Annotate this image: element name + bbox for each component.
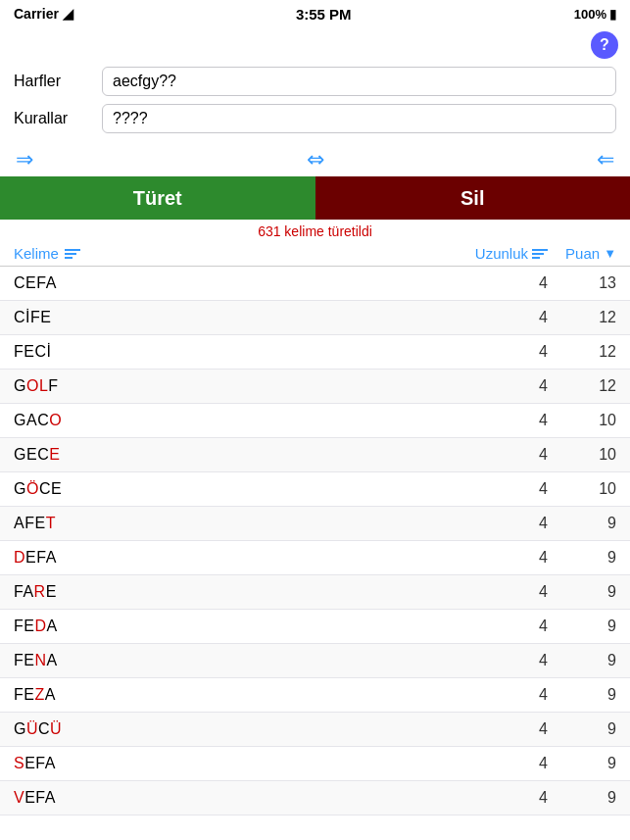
word-cell: AFET xyxy=(14,515,460,532)
carrier-label: Carrier ◢ xyxy=(14,6,73,22)
form-area: Harfler Kurallar xyxy=(0,61,630,145)
word-row[interactable]: CEFA413 xyxy=(0,267,630,301)
score-cell: 9 xyxy=(548,755,616,772)
double-arrow-btn[interactable]: ⇔ xyxy=(305,147,326,173)
word-row[interactable]: GECE410 xyxy=(0,438,630,472)
score-cell: 12 xyxy=(548,343,616,361)
score-cell: 12 xyxy=(548,309,616,326)
word-row[interactable]: FARE49 xyxy=(0,575,630,610)
word-row[interactable]: VEFA49 xyxy=(0,781,630,815)
len-cell: 4 xyxy=(460,515,548,532)
action-buttons: Türet Sil xyxy=(0,176,630,220)
word-row[interactable]: GACO410 xyxy=(0,404,630,438)
col-uzunluk-header[interactable]: Uzunluk xyxy=(460,245,548,262)
word-cell: FARE xyxy=(14,583,460,601)
score-cell: 10 xyxy=(548,480,616,498)
word-cell: CİFE xyxy=(14,309,460,326)
score-cell: 10 xyxy=(548,446,616,464)
len-cell: 4 xyxy=(460,309,548,326)
wifi-icon: ◢ xyxy=(63,6,73,22)
score-cell: 9 xyxy=(548,583,616,601)
score-cell: 10 xyxy=(548,412,616,429)
len-cell: 4 xyxy=(460,720,548,738)
result-count: 631 kelime türetildi xyxy=(0,220,630,241)
harfler-row: Harfler xyxy=(14,67,616,96)
word-cell: GECE xyxy=(14,446,460,464)
arrow-row: ⇒ ⇔ ⇐ xyxy=(0,145,630,176)
word-row[interactable]: DEFA49 xyxy=(0,541,630,575)
len-cell: 4 xyxy=(460,377,548,395)
puan-sort-icon: ▼ xyxy=(604,246,616,261)
len-cell: 4 xyxy=(460,446,548,464)
harfler-input[interactable] xyxy=(102,67,616,96)
score-cell: 9 xyxy=(548,686,616,704)
len-cell: 4 xyxy=(460,583,548,601)
score-cell: 13 xyxy=(548,274,616,292)
word-row[interactable]: FENA49 xyxy=(0,644,630,678)
word-cell: FEDA xyxy=(14,618,460,635)
left-arrow-btn[interactable]: ⇐ xyxy=(595,147,616,173)
score-cell: 9 xyxy=(548,720,616,738)
kurallar-row: Kurallar xyxy=(14,104,616,133)
len-cell: 4 xyxy=(460,480,548,498)
score-cell: 9 xyxy=(548,652,616,669)
len-cell: 4 xyxy=(460,412,548,429)
harfler-label: Harfler xyxy=(14,73,102,90)
word-row[interactable]: SEFA49 xyxy=(0,747,630,781)
word-list: CEFA413CİFE412FECİ412GOLF412GACO410GECE4… xyxy=(0,267,630,815)
time-label: 3:55 PM xyxy=(296,6,352,23)
score-cell: 9 xyxy=(548,618,616,635)
len-cell: 4 xyxy=(460,686,548,704)
left-arrow-pair: ⇒ xyxy=(14,147,35,173)
word-cell: FECİ xyxy=(14,343,460,361)
uzunluk-sort-icon xyxy=(532,249,548,259)
word-cell: DEFA xyxy=(14,549,460,567)
len-cell: 4 xyxy=(460,652,548,669)
double-arrow-pair: ⇔ xyxy=(305,147,326,173)
len-cell: 4 xyxy=(460,755,548,772)
len-cell: 4 xyxy=(460,618,548,635)
word-cell: GACO xyxy=(14,412,460,429)
right-arrow-pair: ⇐ xyxy=(595,147,616,173)
word-row[interactable]: FEZA49 xyxy=(0,678,630,713)
kelime-sort-icon xyxy=(65,249,80,259)
score-cell: 9 xyxy=(548,549,616,567)
word-row[interactable]: FECİ412 xyxy=(0,335,630,370)
len-cell: 4 xyxy=(460,789,548,807)
table-header: Kelime Uzunluk Puan ▼ xyxy=(0,241,630,267)
word-cell: GÜCÜ xyxy=(14,720,460,738)
word-cell: GÖCE xyxy=(14,480,460,498)
word-cell: FEZA xyxy=(14,686,460,704)
score-cell: 9 xyxy=(548,789,616,807)
battery-label: 100% ▮ xyxy=(574,7,616,22)
col-puan-header[interactable]: Puan ▼ xyxy=(548,245,616,262)
len-cell: 4 xyxy=(460,343,548,361)
right-arrow-btn[interactable]: ⇒ xyxy=(14,147,35,173)
word-row[interactable]: GÖCE410 xyxy=(0,472,630,507)
word-row[interactable]: FEDA49 xyxy=(0,610,630,644)
len-cell: 4 xyxy=(460,274,548,292)
word-cell: GOLF xyxy=(14,377,460,395)
word-row[interactable]: GÜCÜ49 xyxy=(0,713,630,747)
word-row[interactable]: CİFE412 xyxy=(0,301,630,335)
word-cell: FENA xyxy=(14,652,460,669)
help-button-row: ? xyxy=(0,27,630,61)
word-cell: SEFA xyxy=(14,755,460,772)
help-button[interactable]: ? xyxy=(591,31,618,59)
word-row[interactable]: GOLF412 xyxy=(0,370,630,404)
sil-button[interactable]: Sil xyxy=(315,176,631,220)
word-row[interactable]: AFET49 xyxy=(0,507,630,541)
col-kelime-header[interactable]: Kelime xyxy=(14,245,460,262)
word-cell: VEFA xyxy=(14,789,460,807)
word-cell: CEFA xyxy=(14,274,460,292)
status-bar: Carrier ◢ 3:55 PM 100% ▮ xyxy=(0,0,630,27)
kurallar-label: Kurallar xyxy=(14,110,102,127)
kurallar-input[interactable] xyxy=(102,104,616,133)
len-cell: 4 xyxy=(460,549,548,567)
score-cell: 12 xyxy=(548,377,616,395)
battery-icon: ▮ xyxy=(609,7,616,22)
turet-button[interactable]: Türet xyxy=(0,176,315,220)
score-cell: 9 xyxy=(548,515,616,532)
